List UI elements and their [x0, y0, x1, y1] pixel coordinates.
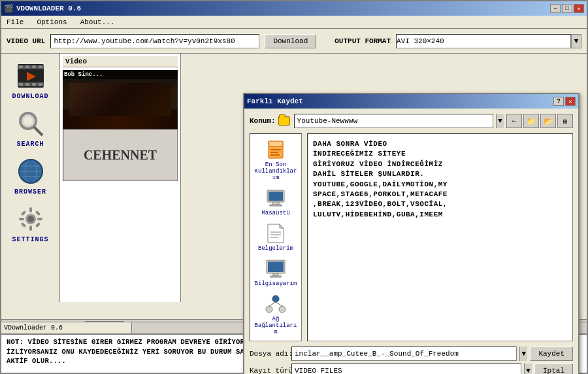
cehennet-text: CEHENNET	[84, 148, 157, 163]
url-bar-area: VIDEO URL Download OUTPUT FORMAT ▼	[1, 29, 587, 54]
title-icon: 🎬	[4, 4, 14, 14]
film-icon	[15, 60, 46, 92]
svg-rect-32	[269, 141, 283, 146]
svg-rect-25	[19, 218, 24, 220]
svg-rect-5	[32, 65, 36, 68]
sidebar-item-download[interactable]: DOWNLOAD	[1, 56, 59, 104]
dialog-body: Konum: Youtube-Newwww ▼ ← 📁 📂 ⊞	[244, 109, 578, 374]
dialog-main-content: En SonKullandıklarım	[250, 133, 573, 341]
svg-rect-33	[270, 149, 281, 150]
svg-rect-27	[20, 211, 25, 216]
svg-rect-29	[20, 222, 25, 228]
documents-icon	[265, 223, 286, 244]
svg-line-14	[34, 127, 42, 135]
maximize-button[interactable]: □	[562, 4, 572, 13]
sidebar-search-label: SEARCH	[16, 141, 44, 148]
menu-options[interactable]: Options	[34, 17, 69, 27]
location-dropdown-arrow[interactable]: ▼	[496, 114, 504, 128]
svg-rect-4	[25, 65, 29, 68]
shortcut-recent-label: En SonKullandıklarım	[253, 162, 299, 181]
filetype-dropdown[interactable]: ▼	[524, 364, 532, 374]
sidebar-browser-label: BROWSER	[14, 188, 46, 196]
menu-file[interactable]: File	[4, 17, 26, 27]
view-button[interactable]: ⊞	[557, 114, 573, 128]
recent-icon	[265, 139, 286, 160]
dialog-close-button[interactable]: ✕	[565, 97, 576, 106]
video-thumbnail: Bob Sinc...	[63, 70, 178, 129]
back-button[interactable]: ←	[506, 114, 522, 128]
folder-location-icon	[278, 116, 290, 126]
dialog-help-button[interactable]: ?	[553, 97, 564, 106]
filetype-value: VIDEO FILES	[295, 367, 342, 374]
save-dialog: Farklı Kaydet ? ✕ Konum: Youtube-Newwww …	[243, 93, 580, 374]
globe-icon	[15, 156, 46, 187]
computer-icon	[265, 258, 286, 279]
shortcut-network[interactable]: Ağ Bağlantılarım	[252, 291, 300, 338]
output-format-dropdown[interactable]: ▼	[571, 34, 581, 48]
close-button[interactable]: ✕	[574, 4, 584, 13]
svg-rect-26	[37, 218, 42, 220]
location-value: Youtube-Newwww	[297, 117, 357, 125]
minimize-button[interactable]: –	[550, 4, 561, 13]
window-title: VDOWNLOADER 0.6	[16, 5, 81, 12]
svg-point-13	[23, 116, 33, 126]
svg-rect-23	[29, 207, 32, 212]
save-action-button[interactable]: Kaydet	[530, 347, 573, 361]
shortcut-documents[interactable]: Belgelerim	[252, 220, 300, 254]
filename-dropdown[interactable]: ▼	[519, 347, 527, 361]
video-panel-header: Video	[63, 56, 178, 67]
svg-line-51	[276, 302, 282, 306]
svg-rect-30	[35, 222, 40, 228]
shortcut-computer[interactable]: Bilgisayarım	[252, 256, 300, 290]
svg-point-49	[279, 306, 286, 313]
filetype-row: Kayıt türü: VIDEO FILES ▼ İptal	[250, 364, 573, 374]
svg-rect-39	[270, 205, 282, 206]
shortcut-recent[interactable]: En SonKullandıklarım	[252, 137, 300, 184]
filename-label: Dosya adı:	[250, 350, 289, 358]
vdownloader-label: VDownloader 0.6	[4, 324, 63, 332]
menu-about[interactable]: About...	[78, 17, 118, 27]
cancel-action-button[interactable]: İptal	[534, 364, 573, 374]
output-format-label: OUTPUT FORMAT	[335, 37, 391, 45]
svg-rect-46	[270, 276, 281, 277]
filename-input[interactable]	[291, 347, 517, 361]
magnifier-icon	[15, 108, 46, 139]
download-button[interactable]: Download	[265, 34, 316, 48]
video-title-overlay: Bob Sinc...	[63, 70, 178, 79]
shortcut-desktop[interactable]: Masaüstü	[252, 185, 300, 219]
svg-rect-7	[19, 83, 23, 86]
new-folder-button[interactable]: 📂	[540, 114, 556, 128]
cehennet-area: CEHENNET	[63, 129, 178, 181]
desktop-icon	[265, 188, 286, 209]
location-combo[interactable]: Youtube-Newwww	[294, 114, 493, 128]
dialog-title-controls: ? ✕	[553, 97, 576, 106]
svg-rect-24	[29, 226, 32, 231]
svg-rect-44	[268, 262, 284, 272]
dialog-main-text: DAHA SONRA VİDEO İNDİRECEĞİMİZ SİTEYE Gİ…	[313, 140, 448, 218]
url-input[interactable]	[50, 34, 259, 48]
title-controls: – □ ✕	[550, 4, 584, 13]
location-row: Konum: Youtube-Newwww ▼ ← 📁 📂 ⊞	[250, 114, 573, 128]
svg-rect-35	[270, 154, 280, 156]
title-bar: 🎬 VDOWNLOADER 0.6 – □ ✕	[1, 1, 587, 16]
svg-rect-34	[270, 152, 278, 153]
video-url-label: VIDEO URL	[7, 37, 45, 45]
svg-rect-38	[272, 202, 279, 205]
shortcuts-panel: En SonKullandıklarım	[250, 133, 302, 341]
sidebar-item-settings[interactable]: SETTINGS	[1, 199, 59, 247]
filetype-select[interactable]: VIDEO FILES	[291, 364, 521, 374]
svg-point-47	[272, 296, 279, 302]
sidebar-item-browser[interactable]: BROWSER	[1, 152, 59, 199]
svg-rect-28	[35, 211, 40, 216]
vdownloader-status: VDownloader 0.6	[1, 322, 132, 333]
output-format-input[interactable]	[396, 34, 571, 48]
toolbar-icons: ← 📁 📂 ⊞	[506, 114, 573, 128]
shortcut-computer-label: Bilgisayarım	[255, 280, 297, 287]
filetype-label: Kayıt türü:	[250, 367, 289, 374]
up-folder-button[interactable]: 📁	[523, 114, 539, 128]
sidebar-item-search[interactable]: SEARCH	[1, 104, 59, 152]
svg-rect-45	[273, 273, 278, 276]
svg-rect-37	[269, 192, 283, 201]
menu-bar: File Options About...	[1, 16, 587, 29]
svg-rect-10	[39, 83, 42, 86]
